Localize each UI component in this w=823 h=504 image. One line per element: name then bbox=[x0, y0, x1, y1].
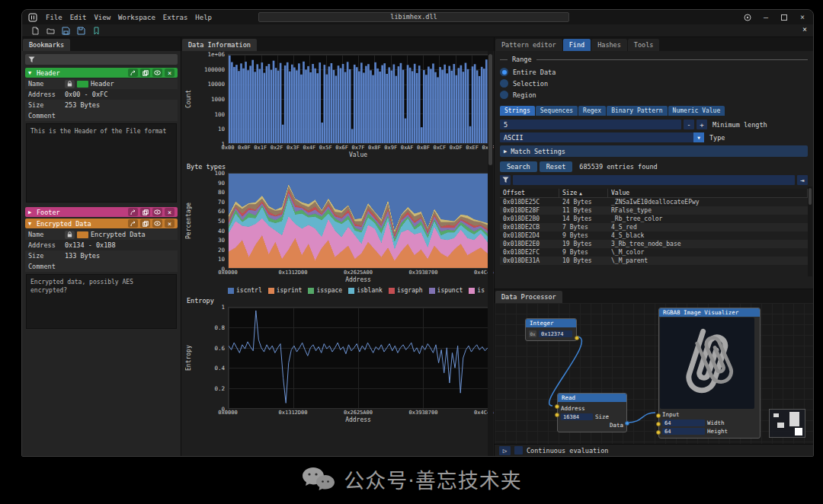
radio-icon[interactable] bbox=[500, 91, 508, 99]
color-swatch[interactable] bbox=[77, 231, 88, 238]
node-rgba8-visualizer[interactable]: RGBA8 Image Visualizer bbox=[658, 308, 761, 439]
feedback-icon[interactable] bbox=[743, 13, 752, 22]
save-as-icon[interactable] bbox=[77, 27, 85, 35]
run-button[interactable]: ▷ bbox=[499, 446, 511, 455]
results-scrollbar[interactable] bbox=[808, 187, 812, 276]
jump-to-icon[interactable] bbox=[128, 69, 138, 77]
height-input[interactable]: 64 bbox=[662, 428, 705, 435]
node-title[interactable]: RGBA8 Image Visualizer bbox=[659, 308, 760, 317]
new-file-icon[interactable] bbox=[31, 27, 40, 35]
column-header-offset[interactable]: Offset bbox=[500, 189, 559, 197]
search-tab-regex[interactable]: Regex bbox=[578, 106, 606, 116]
height-input-pin[interactable] bbox=[656, 430, 661, 435]
legend-item-isgraph[interactable]: isgraph bbox=[389, 287, 423, 294]
node-editor-minimap[interactable] bbox=[769, 409, 805, 438]
save-icon[interactable] bbox=[62, 27, 70, 35]
search-button[interactable]: Search bbox=[500, 161, 537, 172]
find-result-row[interactable]: 0x018DE2E019 Bytes3_Rb_tree_node_base bbox=[500, 240, 808, 248]
search-tab-numeric-value[interactable]: Numeric Value bbox=[668, 106, 725, 116]
find-result-row[interactable]: 0x018DE2B014 Bytes_Rb_tree_color bbox=[500, 215, 808, 223]
tab-pattern-editor[interactable]: Pattern editor bbox=[495, 39, 562, 51]
tab-data-information[interactable]: Data Information bbox=[182, 39, 257, 51]
visibility-eye-icon[interactable] bbox=[152, 69, 162, 77]
bookmark-header-bar[interactable]: ▶ Footer × bbox=[25, 207, 178, 217]
tab-tools[interactable]: Tools bbox=[628, 39, 660, 51]
node-integer[interactable]: Integer 0x 0x12374 bbox=[525, 318, 577, 341]
remove-bookmark-icon[interactable]: × bbox=[165, 208, 175, 216]
legend-item-iscntrl[interactable]: iscntrl bbox=[228, 287, 262, 294]
collapse-arrow-icon[interactable]: ▶ bbox=[28, 209, 34, 215]
visibility-eye-icon[interactable] bbox=[152, 219, 162, 228]
width-input[interactable]: 64 bbox=[662, 419, 705, 426]
byte-types-plot[interactable] bbox=[228, 173, 488, 269]
collapse-arrow-icon[interactable]: ▼ bbox=[28, 70, 34, 76]
size-input-pin[interactable] bbox=[555, 413, 559, 417]
legend-item-isspace[interactable]: isspace bbox=[308, 287, 342, 294]
data-info-scrollbar[interactable] bbox=[488, 51, 493, 456]
legend-item-isprint[interactable]: isprint bbox=[268, 287, 303, 294]
image-input-pin[interactable] bbox=[656, 413, 661, 418]
radio-icon[interactable] bbox=[500, 68, 508, 76]
integer-value-input[interactable]: 0x12374 bbox=[539, 330, 572, 337]
decrement-button[interactable]: - bbox=[684, 120, 694, 129]
menu-view[interactable]: View bbox=[90, 13, 114, 22]
menu-help[interactable]: Help bbox=[191, 13, 216, 22]
find-result-row[interactable]: 0x018DE2CB7 Bytes4_S_red bbox=[500, 223, 808, 231]
bookmarks-filter-input[interactable] bbox=[25, 54, 178, 65]
copy-icon[interactable] bbox=[140, 219, 150, 228]
collapse-arrow-icon[interactable]: ▼ bbox=[28, 221, 34, 227]
tab-bookmarks[interactable]: Bookmarks bbox=[23, 39, 70, 51]
address-input-pin[interactable] bbox=[555, 404, 559, 409]
node-title[interactable]: Integer bbox=[526, 319, 576, 327]
size-input[interactable]: 16384 bbox=[561, 413, 593, 420]
maximize-button[interactable] bbox=[780, 13, 789, 22]
remove-bookmark-icon[interactable]: × bbox=[165, 69, 175, 77]
histogram-plot[interactable] bbox=[228, 54, 488, 144]
lock-icon[interactable] bbox=[65, 80, 75, 88]
radio-icon[interactable] bbox=[500, 79, 508, 88]
remove-bookmark-icon[interactable]: × bbox=[165, 219, 175, 228]
node-read[interactable]: Read Address 16384 Size Data bbox=[557, 393, 627, 432]
copy-icon[interactable] bbox=[140, 69, 150, 77]
value-type-icon[interactable]: 0x bbox=[529, 330, 536, 337]
data-output-pin[interactable] bbox=[625, 421, 629, 426]
panel-close-icon[interactable]: × bbox=[802, 25, 807, 33]
range-option-entire-data[interactable]: Entire Data bbox=[500, 66, 808, 78]
find-result-row[interactable]: 0x018DE28F11 BytesRFalse_type bbox=[500, 206, 808, 215]
results-filter-input[interactable] bbox=[513, 175, 795, 185]
node-editor-canvas[interactable]: Integer 0x 0x12374 Read bbox=[495, 303, 813, 444]
minimize-button[interactable]: – bbox=[761, 13, 770, 22]
column-header-value[interactable]: Value bbox=[608, 189, 808, 197]
visibility-eye-icon[interactable] bbox=[152, 208, 162, 216]
jump-to-icon[interactable] bbox=[128, 219, 138, 228]
legend-item-isalnum[interactable]: isalnum bbox=[469, 287, 485, 294]
legend-item-isblank[interactable]: isblank bbox=[348, 287, 383, 294]
entropy-plot[interactable] bbox=[228, 307, 488, 409]
tab-find[interactable]: Find bbox=[563, 39, 591, 51]
copy-icon[interactable] bbox=[140, 208, 150, 216]
bookmark-header-bar[interactable]: ▼ Encrypted Data × bbox=[25, 219, 178, 228]
match-settings-header[interactable]: ▶ Match Settings bbox=[500, 145, 808, 157]
tab-hashes[interactable]: Hashes bbox=[591, 39, 627, 51]
jump-to-icon[interactable] bbox=[128, 208, 138, 216]
close-button[interactable]: × bbox=[798, 13, 807, 22]
find-result-row[interactable]: 0x018DE31A10 Bytes\_M_parent bbox=[500, 257, 808, 265]
filter-funnel-button[interactable] bbox=[500, 175, 511, 185]
min-length-input[interactable]: 5 bbox=[500, 120, 681, 129]
menu-file[interactable]: File bbox=[42, 13, 66, 22]
find-result-row[interactable]: 0x018DE2D49 Bytes4_S_black bbox=[500, 231, 808, 240]
increment-button[interactable]: + bbox=[697, 120, 707, 129]
range-option-selection[interactable]: Selection bbox=[500, 78, 808, 89]
color-swatch[interactable] bbox=[77, 81, 88, 88]
find-result-row[interactable]: 0x018DE25C24 Bytes_ZNSaIwE10deallocateEP… bbox=[500, 198, 808, 206]
open-folder-icon[interactable] bbox=[46, 27, 55, 35]
find-result-row[interactable]: 0x018DE2FC9 Bytes\_M_color bbox=[500, 248, 808, 257]
search-tab-binary-pattern[interactable]: Binary Pattern bbox=[607, 106, 667, 116]
menu-extras[interactable]: Extras bbox=[159, 13, 192, 22]
menu-workspace[interactable]: Workspace bbox=[114, 13, 159, 22]
legend-item-ispunct[interactable]: ispunct bbox=[429, 287, 463, 294]
width-input-pin[interactable] bbox=[656, 422, 661, 426]
comment-textarea[interactable]: Encrypted data, possibly AES encrypted? bbox=[26, 274, 177, 329]
menu-edit[interactable]: Edit bbox=[66, 13, 91, 22]
comment-textarea[interactable]: This is the Header of the File format bbox=[26, 123, 177, 203]
